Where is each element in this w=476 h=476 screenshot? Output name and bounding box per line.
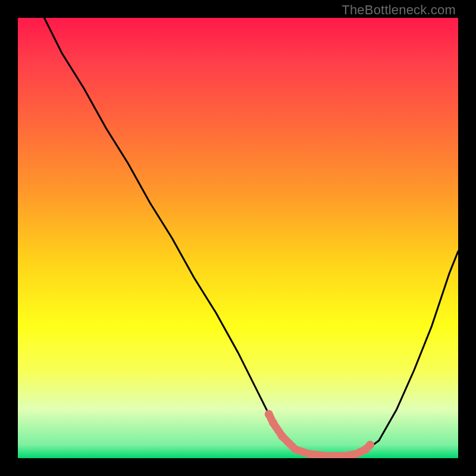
highlight-dot bbox=[265, 410, 273, 418]
chart-plot-area bbox=[18, 18, 458, 458]
attribution-text: TheBottleneck.com bbox=[342, 2, 456, 18]
highlight-dot bbox=[278, 432, 286, 440]
bottleneck-chart-svg bbox=[18, 18, 458, 458]
bottleneck-curve-path bbox=[44, 18, 458, 456]
highlight-dot bbox=[269, 419, 277, 427]
highlight-markers-group bbox=[265, 410, 374, 456]
highlight-dot bbox=[366, 441, 374, 449]
